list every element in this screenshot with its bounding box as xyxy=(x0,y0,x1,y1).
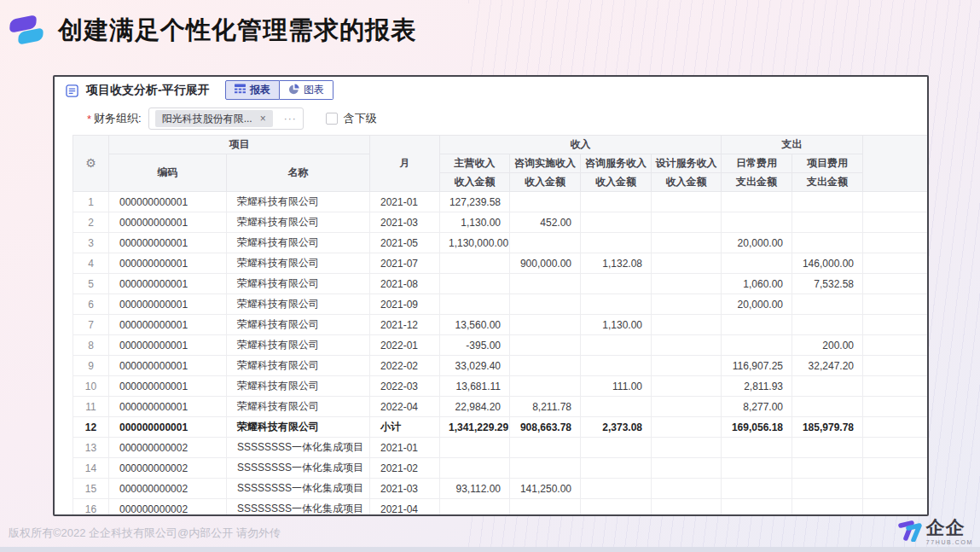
cell-empty xyxy=(863,479,930,499)
column-settings-button[interactable]: ⚙ xyxy=(73,136,109,192)
tab-chart[interactable]: 图表 xyxy=(280,80,333,100)
cell-expense-daily: 2,811.93 xyxy=(722,376,792,397)
cell-month: 2022-02 xyxy=(370,356,440,376)
cell-income-consult-svc xyxy=(581,233,652,253)
row-number: 6 xyxy=(73,294,109,315)
table-row[interactable]: 4000000000001荣耀科技有限公司2021-07900,000.001,… xyxy=(73,253,930,274)
cell-empty xyxy=(863,192,930,212)
cell-income-consult-impl xyxy=(510,458,581,479)
table-row[interactable]: 8000000000001荣耀科技有限公司2022-01-395.00200.0… xyxy=(73,335,930,356)
table-row[interactable]: 7000000000001荣耀科技有限公司2021-1213,560.001,1… xyxy=(73,315,930,335)
finance-org-label: 财务组织: xyxy=(94,111,142,126)
cell-income-consult-svc xyxy=(581,356,652,376)
cell-income-consult-svc xyxy=(581,212,652,233)
header-income-amount: 收入金额 xyxy=(440,173,510,192)
cell-month: 2021-12 xyxy=(370,315,440,335)
cell-name: 荣耀科技有限公司 xyxy=(227,253,370,274)
cell-expense-daily: 8,277.00 xyxy=(722,397,792,417)
table-row[interactable]: 6000000000001荣耀科技有限公司2021-0920,000.00 xyxy=(73,294,930,315)
cell-code: 000000000002 xyxy=(109,479,227,499)
row-number: 7 xyxy=(73,315,109,335)
cell-expense-project xyxy=(792,499,863,517)
brand-logo: 企企 77HUB.COM xyxy=(897,518,973,545)
row-number: 5 xyxy=(73,274,109,294)
cell-empty xyxy=(863,356,930,376)
header-code: 编码 xyxy=(109,154,227,192)
row-number: 9 xyxy=(73,356,109,376)
cell-income-consult-impl: 452.00 xyxy=(510,212,581,233)
cell-name: SSSSSSSS一体化集成项目 xyxy=(227,479,370,499)
cell-income-design-svc xyxy=(652,192,722,212)
cell-expense-daily xyxy=(722,458,792,479)
table-row[interactable]: 16000000000002SSSSSSSS一体化集成项目2021-04 xyxy=(73,499,930,517)
cell-income-main xyxy=(440,499,510,517)
cell-income-main: 1,130,000.00 xyxy=(440,233,510,253)
cell-expense-daily: 116,907.25 xyxy=(722,356,792,376)
cell-month: 2021-09 xyxy=(370,294,440,315)
cell-expense-daily xyxy=(722,253,792,274)
cell-income-design-svc xyxy=(652,499,722,517)
row-number: 3 xyxy=(73,233,109,253)
table-row[interactable]: 2000000000001荣耀科技有限公司2021-031,130.00452.… xyxy=(73,212,930,233)
cell-income-main: 1,341,229.29 xyxy=(440,417,510,438)
cell-code: 000000000001 xyxy=(109,356,227,376)
tab-report[interactable]: 报表 xyxy=(225,80,280,100)
more-options-icon[interactable]: ··· xyxy=(284,113,297,125)
cell-expense-project: 185,979.78 xyxy=(792,417,863,438)
cell-income-design-svc xyxy=(652,397,722,417)
cell-name: 荣耀科技有限公司 xyxy=(227,376,370,397)
cell-income-consult-svc: 1,130.00 xyxy=(581,315,652,335)
cell-income-consult-impl xyxy=(510,294,581,315)
table-row[interactable]: 10000000000001荣耀科技有限公司2022-0313,681.1111… xyxy=(73,376,930,397)
table-icon xyxy=(235,84,246,96)
selected-org-name: 阳光科技股份有限... xyxy=(162,112,252,126)
cell-month: 2021-01 xyxy=(370,192,440,212)
cell-name: 荣耀科技有限公司 xyxy=(227,212,370,233)
table-row[interactable]: 15000000000002SSSSSSSS一体化集成项目2021-0393,1… xyxy=(73,479,930,499)
cell-empty xyxy=(863,417,930,438)
cell-empty xyxy=(863,335,930,356)
row-number: 4 xyxy=(73,253,109,274)
remove-org-icon[interactable]: × xyxy=(260,113,266,125)
cell-income-consult-svc xyxy=(581,192,652,212)
cell-month: 2022-03 xyxy=(370,376,440,397)
cell-income-consult-svc xyxy=(581,479,652,499)
table-row[interactable]: 5000000000001荣耀科技有限公司2021-081,060.007,53… xyxy=(73,274,930,294)
cell-expense-daily: 20,000.00 xyxy=(722,233,792,253)
cell-empty xyxy=(863,397,930,417)
cell-empty xyxy=(863,458,930,479)
cell-expense-project xyxy=(792,438,863,458)
cell-income-consult-svc xyxy=(581,499,652,517)
table-row[interactable]: 13000000000002SSSSSSSS一体化集成项目2021-01 xyxy=(73,438,930,458)
cell-name: SSSSSSSS一体化集成项目 xyxy=(227,458,370,479)
table-row[interactable]: 1000000000001荣耀科技有限公司2021-01127,239.58 xyxy=(73,192,930,212)
cell-income-design-svc xyxy=(652,253,722,274)
required-mark: * xyxy=(87,113,91,125)
cell-income-design-svc xyxy=(652,376,722,397)
table-row[interactable]: 11000000000001荣耀科技有限公司2022-0422,984.208,… xyxy=(73,397,930,417)
table-row[interactable]: 9000000000001荣耀科技有限公司2022-0233,029.40116… xyxy=(73,356,930,376)
cell-income-consult-impl xyxy=(510,192,581,212)
cell-expense-daily: 1,060.00 xyxy=(722,274,792,294)
cell-name: 荣耀科技有限公司 xyxy=(227,315,370,335)
include-children-checkbox[interactable] xyxy=(326,113,338,125)
header-income-main: 主营收入 xyxy=(440,154,510,173)
table-row[interactable]: 12000000000001荣耀科技有限公司小计1,341,229.29908,… xyxy=(73,417,930,438)
header-group-project: 项目 xyxy=(109,136,370,154)
row-number: 8 xyxy=(73,335,109,356)
cell-income-main xyxy=(440,274,510,294)
header-expense-amount: 支出金额 xyxy=(792,173,863,192)
report-table: ⚙ 项目 月 收入 支出 编码 名称 主营收入 咨询实施收入 咨询服务收入 设计… xyxy=(72,135,929,516)
selected-org-chip: 阳光科技股份有限... × xyxy=(155,110,273,127)
cell-expense-daily xyxy=(722,335,792,356)
header-income-amount: 收入金额 xyxy=(652,173,722,192)
table-row[interactable]: 14000000000002SSSSSSSS一体化集成项目2021-02 xyxy=(73,458,930,479)
table-row[interactable]: 3000000000001荣耀科技有限公司2021-051,130,000.00… xyxy=(73,233,930,253)
row-number: 10 xyxy=(73,376,109,397)
finance-org-input[interactable]: 阳光科技股份有限... × ··· xyxy=(148,107,304,130)
page-title: 创建满足个性化管理需求的报表 xyxy=(58,14,416,48)
cell-expense-project xyxy=(792,212,863,233)
header-expense-amount: 支出金额 xyxy=(722,173,792,192)
brand-text: 企企 77HUB.COM xyxy=(926,519,973,545)
include-children-option[interactable]: 含下级 xyxy=(326,111,377,126)
